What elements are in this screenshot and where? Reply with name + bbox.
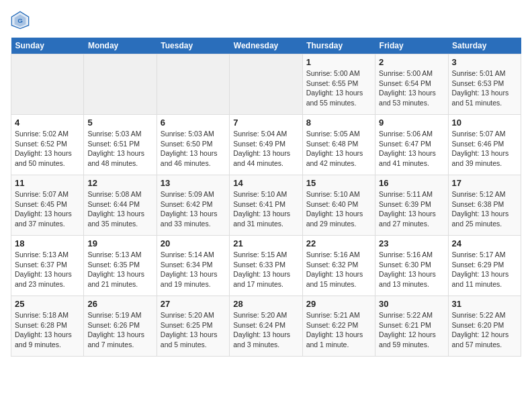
day-number: 27	[161, 299, 226, 309]
day-number: 26	[87, 299, 152, 309]
day-number: 1	[306, 57, 371, 67]
day-info: Sunrise: 5:00 AM Sunset: 6:55 PM Dayligh…	[306, 68, 371, 108]
day-info: Sunrise: 5:21 AM Sunset: 6:22 PM Dayligh…	[306, 310, 371, 350]
calendar-week-3: 11Sunrise: 5:07 AM Sunset: 6:45 PM Dayli…	[11, 175, 521, 236]
day-info: Sunrise: 5:10 AM Sunset: 6:40 PM Dayligh…	[306, 189, 371, 229]
day-info: Sunrise: 5:06 AM Sunset: 6:47 PM Dayligh…	[379, 129, 444, 169]
calendar-cell: 8Sunrise: 5:05 AM Sunset: 6:48 PM Daylig…	[302, 115, 375, 175]
day-number: 7	[233, 118, 298, 128]
day-info: Sunrise: 5:16 AM Sunset: 6:32 PM Dayligh…	[306, 250, 371, 289]
day-info: Sunrise: 5:00 AM Sunset: 6:54 PM Dayligh…	[379, 68, 444, 108]
calendar-cell: 10Sunrise: 5:07 AM Sunset: 6:46 PM Dayli…	[448, 115, 521, 175]
day-number: 18	[15, 238, 80, 248]
day-number: 25	[15, 299, 80, 309]
calendar-cell: 24Sunrise: 5:17 AM Sunset: 6:29 PM Dayli…	[448, 236, 521, 296]
calendar-cell: 9Sunrise: 5:06 AM Sunset: 6:47 PM Daylig…	[375, 115, 448, 175]
day-info: Sunrise: 5:20 AM Sunset: 6:25 PM Dayligh…	[161, 310, 226, 350]
day-info: Sunrise: 5:12 AM Sunset: 6:38 PM Dayligh…	[452, 189, 517, 229]
calendar-cell: 6Sunrise: 5:03 AM Sunset: 6:50 PM Daylig…	[157, 115, 229, 175]
calendar-week-2: 4Sunrise: 5:02 AM Sunset: 6:52 PM Daylig…	[11, 115, 521, 175]
calendar-table: SundayMondayTuesdayWednesdayThursdayFrid…	[11, 38, 521, 357]
day-info: Sunrise: 5:14 AM Sunset: 6:34 PM Dayligh…	[161, 250, 226, 289]
day-number: 8	[306, 118, 371, 128]
weekday-header-monday: Monday	[84, 38, 157, 54]
calendar-cell: 4Sunrise: 5:02 AM Sunset: 6:52 PM Daylig…	[11, 115, 84, 175]
day-number: 5	[87, 118, 152, 128]
calendar-cell: 16Sunrise: 5:11 AM Sunset: 6:39 PM Dayli…	[375, 175, 448, 236]
logo-icon: G	[11, 11, 30, 30]
calendar-cell	[84, 54, 157, 115]
calendar-cell: 1Sunrise: 5:00 AM Sunset: 6:55 PM Daylig…	[302, 54, 375, 115]
day-info: Sunrise: 5:05 AM Sunset: 6:48 PM Dayligh…	[306, 129, 371, 169]
day-number: 22	[306, 238, 371, 248]
day-number: 6	[161, 118, 226, 128]
day-info: Sunrise: 5:13 AM Sunset: 6:37 PM Dayligh…	[15, 250, 80, 289]
day-number: 11	[15, 178, 80, 188]
calendar-cell	[11, 54, 84, 115]
day-number: 23	[379, 238, 444, 248]
svg-text:G: G	[17, 17, 23, 24]
calendar-cell: 17Sunrise: 5:12 AM Sunset: 6:38 PM Dayli…	[448, 175, 521, 236]
calendar-cell: 29Sunrise: 5:21 AM Sunset: 6:22 PM Dayli…	[302, 296, 375, 357]
calendar-cell: 13Sunrise: 5:09 AM Sunset: 6:42 PM Dayli…	[157, 175, 229, 236]
page-header: G	[11, 11, 521, 30]
day-info: Sunrise: 5:19 AM Sunset: 6:26 PM Dayligh…	[87, 310, 152, 350]
day-number: 15	[306, 178, 371, 188]
calendar-cell: 15Sunrise: 5:10 AM Sunset: 6:40 PM Dayli…	[302, 175, 375, 236]
day-number: 29	[306, 299, 371, 309]
day-info: Sunrise: 5:09 AM Sunset: 6:42 PM Dayligh…	[161, 189, 226, 229]
weekday-header-thursday: Thursday	[302, 38, 375, 54]
calendar-cell: 21Sunrise: 5:15 AM Sunset: 6:33 PM Dayli…	[230, 236, 302, 296]
weekday-header-tuesday: Tuesday	[157, 38, 229, 54]
calendar-cell	[157, 54, 229, 115]
weekday-header-wednesday: Wednesday	[230, 38, 302, 54]
day-number: 16	[379, 178, 444, 188]
day-info: Sunrise: 5:10 AM Sunset: 6:41 PM Dayligh…	[233, 189, 298, 229]
day-number: 20	[161, 238, 226, 248]
day-info: Sunrise: 5:22 AM Sunset: 6:20 PM Dayligh…	[452, 310, 517, 350]
day-info: Sunrise: 5:17 AM Sunset: 6:29 PM Dayligh…	[452, 250, 517, 289]
day-number: 3	[452, 57, 517, 67]
day-info: Sunrise: 5:22 AM Sunset: 6:21 PM Dayligh…	[379, 310, 444, 350]
day-number: 13	[161, 178, 226, 188]
day-number: 24	[452, 238, 517, 248]
calendar-cell: 19Sunrise: 5:13 AM Sunset: 6:35 PM Dayli…	[84, 236, 157, 296]
calendar-week-1: 1Sunrise: 5:00 AM Sunset: 6:55 PM Daylig…	[11, 54, 521, 115]
day-info: Sunrise: 5:13 AM Sunset: 6:35 PM Dayligh…	[87, 250, 152, 289]
calendar-cell: 12Sunrise: 5:08 AM Sunset: 6:44 PM Dayli…	[84, 175, 157, 236]
day-number: 28	[233, 299, 298, 309]
day-number: 17	[452, 178, 517, 188]
day-info: Sunrise: 5:07 AM Sunset: 6:45 PM Dayligh…	[15, 189, 80, 229]
calendar-cell: 11Sunrise: 5:07 AM Sunset: 6:45 PM Dayli…	[11, 175, 84, 236]
calendar-cell: 25Sunrise: 5:18 AM Sunset: 6:28 PM Dayli…	[11, 296, 84, 357]
calendar-cell: 27Sunrise: 5:20 AM Sunset: 6:25 PM Dayli…	[157, 296, 229, 357]
day-info: Sunrise: 5:15 AM Sunset: 6:33 PM Dayligh…	[233, 250, 298, 289]
day-info: Sunrise: 5:20 AM Sunset: 6:24 PM Dayligh…	[233, 310, 298, 350]
weekday-header-sunday: Sunday	[11, 38, 84, 54]
calendar-cell: 31Sunrise: 5:22 AM Sunset: 6:20 PM Dayli…	[448, 296, 521, 357]
calendar-cell: 3Sunrise: 5:01 AM Sunset: 6:53 PM Daylig…	[448, 54, 521, 115]
calendar-cell: 5Sunrise: 5:03 AM Sunset: 6:51 PM Daylig…	[84, 115, 157, 175]
calendar-cell	[230, 54, 302, 115]
day-number: 4	[15, 118, 80, 128]
calendar-cell: 18Sunrise: 5:13 AM Sunset: 6:37 PM Dayli…	[11, 236, 84, 296]
day-info: Sunrise: 5:18 AM Sunset: 6:28 PM Dayligh…	[15, 310, 80, 350]
day-info: Sunrise: 5:04 AM Sunset: 6:49 PM Dayligh…	[233, 129, 298, 169]
day-number: 9	[379, 118, 444, 128]
calendar-cell: 28Sunrise: 5:20 AM Sunset: 6:24 PM Dayli…	[230, 296, 302, 357]
day-number: 30	[379, 299, 444, 309]
calendar-cell: 30Sunrise: 5:22 AM Sunset: 6:21 PM Dayli…	[375, 296, 448, 357]
day-number: 19	[87, 238, 152, 248]
day-info: Sunrise: 5:03 AM Sunset: 6:51 PM Dayligh…	[87, 129, 152, 169]
calendar-week-5: 25Sunrise: 5:18 AM Sunset: 6:28 PM Dayli…	[11, 296, 521, 357]
day-info: Sunrise: 5:11 AM Sunset: 6:39 PM Dayligh…	[379, 189, 444, 229]
day-info: Sunrise: 5:07 AM Sunset: 6:46 PM Dayligh…	[452, 129, 517, 169]
calendar-cell: 23Sunrise: 5:16 AM Sunset: 6:30 PM Dayli…	[375, 236, 448, 296]
calendar-cell: 20Sunrise: 5:14 AM Sunset: 6:34 PM Dayli…	[157, 236, 229, 296]
calendar-cell: 2Sunrise: 5:00 AM Sunset: 6:54 PM Daylig…	[375, 54, 448, 115]
day-number: 12	[87, 178, 152, 188]
day-number: 14	[233, 178, 298, 188]
calendar-cell: 14Sunrise: 5:10 AM Sunset: 6:41 PM Dayli…	[230, 175, 302, 236]
day-info: Sunrise: 5:16 AM Sunset: 6:30 PM Dayligh…	[379, 250, 444, 289]
logo: G	[11, 11, 32, 30]
